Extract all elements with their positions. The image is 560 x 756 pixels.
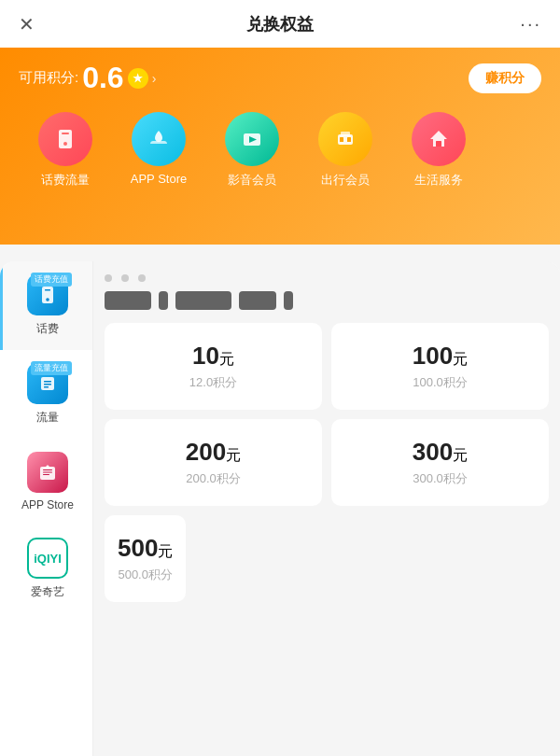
price-points-100: 100.0积分 bbox=[413, 374, 468, 391]
sidebar-item-iqiyi[interactable]: iQIYI 爱奇艺 bbox=[0, 525, 92, 613]
video-icon bbox=[225, 112, 279, 166]
more-button[interactable]: ··· bbox=[520, 13, 541, 35]
blurred-block-5 bbox=[284, 291, 293, 310]
points-info: 可用积分: 0.6 ★ › bbox=[19, 61, 156, 95]
blurred-block-4 bbox=[239, 291, 276, 310]
category-item-huafei[interactable]: 话费流量 bbox=[19, 112, 112, 189]
chevron-right-icon: › bbox=[152, 71, 157, 86]
price-points-200: 200.0积分 bbox=[186, 470, 241, 487]
appstore-icon bbox=[132, 112, 186, 166]
svg-point-2 bbox=[63, 142, 67, 146]
price-card-10[interactable]: 10元 12.0积分 bbox=[105, 323, 322, 410]
huafei-icon bbox=[38, 112, 92, 166]
price-points-500: 500.0积分 bbox=[118, 567, 173, 583]
header: ✕ 兑换权益 ··· bbox=[0, 0, 560, 48]
blurred-block-2 bbox=[159, 291, 168, 310]
liuliang-sidebar-label: 流量 bbox=[36, 410, 59, 426]
dot1 bbox=[105, 274, 112, 282]
travel-label: 出行会员 bbox=[321, 172, 370, 189]
main-content: 话费充值 话费 流量充值 流量 bbox=[0, 261, 560, 756]
right-panel: 10元 12.0积分 100元 100.0积分 200元 200.0积分 300… bbox=[93, 261, 560, 756]
price-grid: 10元 12.0积分 100元 100.0积分 200元 200.0积分 300… bbox=[105, 323, 549, 602]
price-points-300: 300.0积分 bbox=[413, 470, 468, 487]
close-button[interactable]: ✕ bbox=[19, 15, 35, 34]
huafei-sidebar-label: 话费 bbox=[36, 321, 59, 337]
points-star-icon: ★ bbox=[128, 68, 148, 89]
price-card-100[interactable]: 100元 100.0积分 bbox=[331, 323, 549, 410]
banner: 可用积分: 0.6 ★ › 赚积分 话费流量 bbox=[0, 48, 560, 245]
price-amount-100: 100元 bbox=[413, 342, 468, 371]
svg-rect-6 bbox=[341, 132, 350, 136]
page-title: 兑换权益 bbox=[246, 13, 314, 35]
svg-rect-7 bbox=[340, 137, 343, 142]
svg-rect-16 bbox=[44, 384, 51, 385]
price-card-300[interactable]: 300元 300.0积分 bbox=[331, 419, 549, 506]
sub-info-row bbox=[105, 274, 549, 282]
sidebar-item-liuliang[interactable]: 流量充值 流量 bbox=[0, 350, 92, 439]
appstore-sidebar-icon bbox=[27, 452, 68, 493]
earn-points-button[interactable]: 赚积分 bbox=[469, 63, 541, 93]
category-item-travel[interactable]: 出行会员 bbox=[299, 112, 392, 189]
dot3 bbox=[138, 274, 146, 282]
blurred-info-row bbox=[105, 291, 549, 310]
svg-rect-8 bbox=[347, 137, 351, 142]
life-icon bbox=[412, 112, 466, 166]
svg-rect-18 bbox=[40, 467, 55, 480]
sidebar-item-appstore[interactable]: APP Store bbox=[0, 439, 92, 525]
price-amount-10: 10元 bbox=[192, 342, 234, 371]
svg-rect-17 bbox=[44, 386, 49, 388]
iqiyi-sidebar-icon: iQIYI bbox=[27, 538, 68, 579]
appstore-label: APP Store bbox=[131, 172, 187, 186]
video-label: 影音会员 bbox=[228, 172, 276, 189]
blurred-block-1 bbox=[105, 291, 151, 310]
category-item-life[interactable]: 生活服务 bbox=[392, 112, 485, 189]
travel-icon bbox=[318, 112, 372, 166]
price-amount-300: 300元 bbox=[413, 438, 468, 467]
svg-point-13 bbox=[46, 298, 49, 301]
svg-rect-21 bbox=[43, 474, 49, 475]
category-item-appstore[interactable]: APP Store bbox=[112, 112, 205, 189]
price-points-10: 12.0积分 bbox=[189, 374, 237, 391]
appstore-sidebar-label: APP Store bbox=[21, 498, 74, 511]
svg-rect-15 bbox=[44, 381, 51, 383]
category-item-video[interactable]: 影音会员 bbox=[205, 112, 299, 189]
category-row: 话费流量 APP Store 影音会员 bbox=[19, 112, 541, 189]
points-value: 0.6 bbox=[82, 61, 123, 95]
price-amount-200: 200元 bbox=[186, 438, 241, 467]
svg-rect-20 bbox=[43, 472, 52, 473]
sidebar: 话费充值 话费 流量充值 流量 bbox=[0, 261, 93, 756]
svg-rect-12 bbox=[45, 289, 50, 291]
liuliang-sidebar-icon: 流量充值 bbox=[27, 363, 68, 404]
price-card-500[interactable]: 500元 500.0积分 bbox=[105, 515, 186, 602]
price-card-200[interactable]: 200元 200.0积分 bbox=[105, 419, 322, 506]
iqiyi-sidebar-label: 爱奇艺 bbox=[31, 584, 64, 600]
dot2 bbox=[121, 274, 129, 282]
svg-rect-19 bbox=[43, 469, 52, 470]
huafei-label: 话费流量 bbox=[41, 172, 90, 189]
points-label: 可用积分: bbox=[19, 69, 78, 87]
life-label: 生活服务 bbox=[414, 172, 463, 189]
points-row: 可用积分: 0.6 ★ › 赚积分 bbox=[19, 61, 541, 95]
blurred-block-3 bbox=[175, 291, 231, 310]
price-amount-500: 500元 bbox=[118, 534, 173, 563]
svg-rect-10 bbox=[436, 141, 441, 147]
svg-rect-1 bbox=[62, 133, 69, 134]
sidebar-item-huafei[interactable]: 话费充值 话费 bbox=[0, 261, 92, 350]
huafei-sidebar-icon: 话费充值 bbox=[27, 274, 68, 315]
